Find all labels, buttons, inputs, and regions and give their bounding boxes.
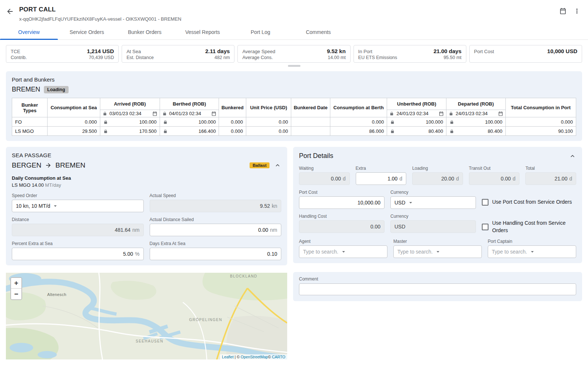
more-menu-icon[interactable]: [573, 7, 581, 15]
lsmgo-sea-cell[interactable]: 29.500: [48, 127, 100, 136]
page-subtitle: x-qqOHK2jfadFLFqUYUFEkziNX8FuyKA-vessel …: [19, 16, 181, 22]
lsmgo-type-cell: LS MGO: [12, 127, 48, 136]
departed-date-cell: 24/01/23 02:34: [446, 110, 506, 117]
col-header-bunkered-date: Bunkered Date: [291, 98, 330, 117]
lsmgo-bunkered-date-cell[interactable]: [291, 127, 330, 136]
port-details-title: Port Details: [299, 152, 333, 160]
stat-label: TCE: [11, 49, 20, 54]
stat-card-in-port: In Port21.00 days EU ETS Emissions95.50 …: [354, 45, 466, 63]
fo-sea-cell[interactable]: 0.000: [48, 117, 100, 127]
back-arrow-icon[interactable]: [6, 7, 14, 16]
map-label-seehausen: SEEHAUSEN: [136, 339, 163, 343]
actual-speed-field: 9.52 kn: [150, 200, 282, 212]
berthed-date-field[interactable]: 04/01/23 02:34: [162, 111, 217, 116]
speed-order-select[interactable]: 10 kn, 10 MT/d: [12, 200, 144, 212]
master-select[interactable]: Type to search.: [393, 245, 482, 258]
unberthed-date-field[interactable]: 24/01/23 02:34: [389, 111, 444, 116]
extra-field[interactable]: 1.00d: [356, 172, 407, 185]
fo-bunkered-date-cell[interactable]: [291, 117, 330, 127]
total-field: 21.00d: [525, 172, 576, 185]
fo-arrived-cell[interactable]: 100.000: [100, 117, 160, 127]
use-handling-cost-checkbox[interactable]: [482, 224, 488, 230]
lsmgo-unberthed-cell[interactable]: 80.400: [387, 127, 446, 136]
tab-port-log[interactable]: Port Log: [232, 25, 289, 39]
port-name: BREMEN: [12, 86, 40, 93]
lsmgo-berthed-cell[interactable]: 166.400: [160, 127, 219, 136]
berthed-date-value: 04/01/23 02:34: [169, 111, 209, 116]
days-extra-at-sea-label: Days Extra At Sea: [150, 241, 282, 246]
lsmgo-bunkered-cell[interactable]: 0.000: [219, 127, 246, 136]
daily-consumption-label: Daily Consumption at Sea: [12, 175, 281, 181]
calendar-icon[interactable]: [152, 111, 157, 116]
comment-input[interactable]: [299, 283, 576, 295]
percent-extra-at-sea-field[interactable]: 5.00 %: [12, 248, 144, 260]
fo-bunkered-cell[interactable]: 0.000: [219, 117, 246, 127]
arrived-date-field[interactable]: 03/01/23 02:34: [102, 111, 157, 116]
stats-resize-handle[interactable]: [288, 65, 300, 67]
use-port-cost-checkbox[interactable]: [482, 199, 488, 206]
lock-icon: [449, 120, 454, 124]
port-details-section: Port Details Waiting 0.00d Extra 1.00d L…: [293, 147, 582, 263]
calendar-icon[interactable]: [498, 111, 503, 116]
speed-order-label: Speed Order: [12, 193, 144, 198]
port-captain-select[interactable]: Type to search.: [488, 245, 576, 258]
chevron-down-icon: [340, 248, 347, 255]
lsmgo-departed-cell[interactable]: 80.400: [446, 127, 506, 136]
calendar-icon[interactable]: [439, 111, 444, 116]
collapse-chevron-icon[interactable]: [274, 162, 281, 169]
section-title: Port and Bunkers: [12, 76, 576, 83]
openstreetmap-link[interactable]: OpenStreetMap: [241, 355, 268, 359]
port-cost-currency-select[interactable]: USD: [390, 196, 476, 209]
lock-icon: [389, 111, 394, 116]
use-handling-cost-label: Use Handling Cost from Service Orders: [492, 220, 576, 234]
zoom-in-button[interactable]: +: [11, 278, 21, 289]
stat-value: 2.11 days: [205, 48, 230, 54]
leaflet-link[interactable]: Leaflet: [222, 355, 234, 359]
tab-vessel-reports[interactable]: Vessel Reports: [174, 25, 232, 39]
collapse-chevron-icon[interactable]: [569, 152, 576, 160]
handling-cost-label: Handling Cost: [299, 214, 385, 219]
port-cost-label: Port Cost: [299, 190, 385, 195]
fo-berth-cell[interactable]: 0.000: [330, 117, 387, 127]
fo-unberthed-cell[interactable]: 100.000: [387, 117, 446, 127]
fo-berthed-cell[interactable]: 100.000: [160, 117, 219, 127]
tab-overview[interactable]: Overview: [0, 25, 58, 39]
lsmgo-unit-price-cell[interactable]: 0.00: [246, 127, 291, 136]
currency-label: Currency: [390, 214, 476, 219]
tab-bunker-orders[interactable]: Bunker Orders: [116, 25, 174, 39]
map[interactable]: BLOCKLAND Altenesch GRÖPELINGEN SEEHAUSE…: [6, 273, 287, 359]
stat-card-port-cost: Port Cost10,000 USD: [469, 45, 582, 63]
port-cost-field[interactable]: 10,000.00: [299, 196, 385, 209]
handling-cost-field: 0.00: [299, 220, 385, 233]
tab-service-orders[interactable]: Service Orders: [58, 25, 116, 39]
port-captain-label: Port Captain: [488, 239, 576, 244]
lsmgo-berth-cell[interactable]: 86.000: [330, 127, 387, 136]
map-label-gropelingen: GRÖPELINGEN: [189, 318, 222, 322]
fo-unit-price-cell[interactable]: 0.00: [246, 117, 291, 127]
bunker-row-fo: FO 0.000 100.000 100.000 0.000 0.00 0.00…: [12, 117, 576, 127]
stat-sub-value: 70,439 USD: [89, 55, 114, 60]
stat-value: 1,214 USD: [87, 48, 114, 54]
unberthed-date-cell: 24/01/23 02:34: [387, 110, 446, 117]
waiting-field: 0.00d: [299, 172, 350, 185]
handling-cost-currency-field: USD: [390, 220, 476, 233]
lsmgo-arrived-cell[interactable]: 170.500: [100, 127, 160, 136]
zoom-out-button[interactable]: −: [11, 289, 21, 299]
stats-row: TCE1,214 USD Contrib.70,439 USD At Sea2.…: [6, 45, 582, 63]
master-label: Master: [393, 239, 482, 244]
stat-sub-label: EU ETS Emissions: [358, 55, 397, 60]
days-extra-at-sea-field[interactable]: 0.10: [150, 248, 282, 260]
stat-value: 10,000 USD: [547, 48, 577, 54]
stat-sub-value: 14.00 mt: [328, 55, 346, 60]
calendar-icon[interactable]: [211, 111, 216, 116]
actual-distance-sailed-field[interactable]: 0.00 nm: [150, 224, 282, 236]
tab-comments[interactable]: Comments: [289, 25, 347, 39]
carto-link[interactable]: CARTO: [272, 355, 285, 359]
fo-departed-cell[interactable]: 100.000: [446, 117, 506, 127]
agent-select[interactable]: Type to search.: [299, 245, 387, 258]
loading-label: Loading: [412, 166, 463, 171]
stat-label: Average Speed: [242, 49, 275, 54]
map-zoom-control: + −: [10, 277, 22, 300]
calendar-icon[interactable]: [559, 7, 567, 15]
departed-date-field[interactable]: 24/01/23 02:34: [449, 111, 503, 116]
